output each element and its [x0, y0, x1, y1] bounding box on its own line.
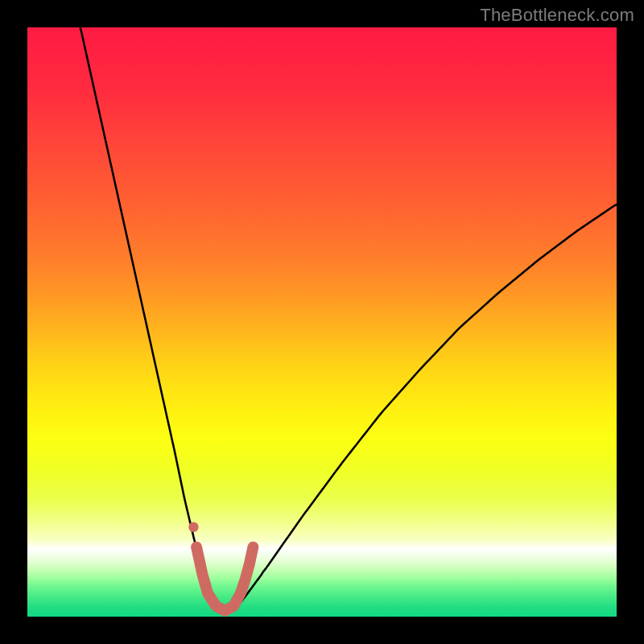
- plot-area: [27, 27, 617, 617]
- curve-layer: [27, 27, 617, 617]
- watermark-text: TheBottleneck.com: [480, 5, 634, 26]
- highlight-segment: [196, 547, 253, 611]
- outer-frame: TheBottleneck.com: [0, 0, 644, 644]
- highlight-dot: [188, 522, 198, 532]
- bottleneck-curve: [80, 28, 617, 611]
